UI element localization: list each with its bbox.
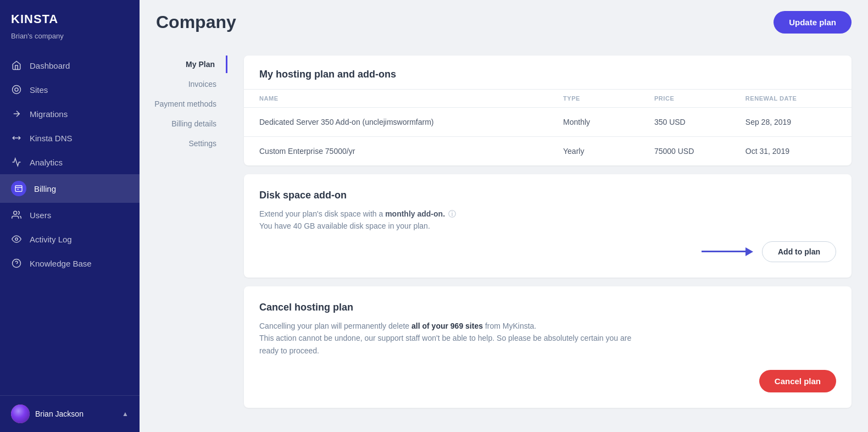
sub-nav-settings[interactable]: Settings — [140, 135, 227, 152]
analytics-icon — [11, 157, 22, 168]
page-header: Company Update plan — [140, 0, 868, 45]
row-renewal: Oct 31, 2019 — [730, 137, 852, 166]
row-type: Monthly — [548, 108, 639, 137]
cancel-plan-description: Cancelling your plan will permanently de… — [259, 320, 644, 357]
sidebar-item-dashboard[interactable]: Dashboard — [0, 53, 140, 77]
cancel-desc-line2: This action cannot be undone, our suppor… — [259, 334, 631, 355]
cancel-desc-highlight: all of your 969 sites — [411, 322, 483, 330]
content-panel: My hosting plan and add-ons NAME TYPE PR… — [227, 45, 868, 432]
disk-desc-highlight: monthly add-on. — [385, 209, 445, 218]
svg-point-1 — [15, 88, 18, 91]
company-name: Brian's company — [0, 31, 140, 49]
disk-addon-description: Extend your plan's disk space with a mon… — [259, 208, 644, 232]
cancel-plan-button[interactable]: Cancel plan — [759, 370, 836, 392]
main-body: My Plan Invoices Payment methods Billing… — [140, 45, 868, 432]
sidebar-footer: Brian Jackson ▲ — [0, 395, 140, 432]
update-plan-button[interactable]: Update plan — [774, 11, 852, 34]
user-name: Brian Jackson — [35, 409, 84, 418]
cancel-plan-card: Cancel hosting plan Cancelling your plan… — [244, 286, 852, 408]
sub-nav-my-plan[interactable]: My Plan — [140, 56, 227, 73]
main-content: Company Update plan My Plan Invoices Pay… — [140, 0, 868, 432]
cancel-desc-suffix: from MyKinsta. — [483, 322, 536, 330]
sidebar-item-label: Activity Log — [30, 235, 72, 244]
sidebar-item-label: Migrations — [30, 109, 68, 119]
sidebar-item-users[interactable]: Users — [0, 203, 140, 227]
disk-desc-line1: Extend your plan's disk space with a — [259, 209, 383, 218]
hosting-plan-card: My hosting plan and add-ons NAME TYPE PR… — [244, 56, 852, 165]
svg-point-7 — [15, 238, 18, 241]
disk-action-row: Add to plan — [259, 241, 836, 262]
col-header-renewal: RENEWAL DATE — [730, 90, 852, 108]
user-info[interactable]: Brian Jackson — [11, 405, 84, 423]
col-header-price: PRICE — [639, 90, 730, 108]
arrow-head — [745, 247, 753, 256]
sub-nav-billing-details[interactable]: Billing details — [140, 115, 227, 132]
sidebar-item-label: Knowledge Base — [30, 259, 92, 268]
cancel-plan-title: Cancel hosting plan — [259, 302, 836, 313]
sub-navigation: My Plan Invoices Payment methods Billing… — [140, 45, 227, 432]
row-type: Yearly — [548, 137, 639, 166]
arrow-line — [702, 251, 745, 252]
col-header-name: NAME — [244, 90, 548, 108]
add-to-plan-button[interactable]: Add to plan — [762, 241, 836, 262]
sidebar-item-sites[interactable]: Sites — [0, 77, 140, 102]
billing-icon — [11, 181, 26, 196]
hosting-plan-table: NAME TYPE PRICE RENEWAL DATE Dedicated S… — [244, 89, 852, 165]
sidebar: KINSTA Brian's company Dashboard Sites M… — [0, 0, 140, 432]
sidebar-item-label: Sites — [30, 85, 48, 95]
hosting-plan-header: My hosting plan and add-ons — [244, 56, 852, 80]
cancel-action-row: Cancel plan — [259, 370, 836, 392]
sidebar-logo: KINSTA — [0, 0, 140, 31]
arrow-indicator — [702, 247, 753, 256]
migrations-icon — [11, 108, 22, 119]
sub-nav-payment-methods[interactable]: Payment methods — [140, 95, 227, 113]
row-name: Dedicated Server 350 Add-on (unclejimswo… — [244, 108, 548, 137]
sidebar-item-migrations[interactable]: Migrations — [0, 102, 140, 126]
disk-addon-card: Disk space add-on Extend your plan's dis… — [244, 174, 852, 278]
home-icon — [11, 60, 22, 71]
sidebar-item-activity-log[interactable]: Activity Log — [0, 227, 140, 251]
sidebar-item-label: Users — [30, 211, 51, 220]
disk-card-content: Disk space add-on Extend your plan's dis… — [244, 174, 852, 278]
row-name: Custom Enterprise 75000/yr — [244, 137, 548, 166]
app-name: KINSTA — [11, 12, 129, 26]
sidebar-nav: Dashboard Sites Migrations Kinsta DNS An — [0, 49, 140, 395]
page-title: Company — [156, 12, 236, 32]
activity-log-icon — [11, 234, 22, 245]
table-row: Custom Enterprise 75000/yr Yearly 75000 … — [244, 137, 852, 166]
sidebar-item-label: Analytics — [30, 158, 63, 167]
row-renewal: Sep 28, 2019 — [730, 108, 852, 137]
sites-icon — [11, 84, 22, 95]
svg-point-0 — [13, 86, 21, 94]
cancel-card-content: Cancel hosting plan Cancelling your plan… — [244, 286, 852, 408]
sub-nav-invoices[interactable]: Invoices — [140, 75, 227, 93]
sidebar-item-label: Kinsta DNS — [30, 134, 73, 143]
sidebar-item-analytics[interactable]: Analytics — [0, 150, 140, 174]
col-header-type: TYPE — [548, 90, 639, 108]
sidebar-item-label: Dashboard — [30, 61, 70, 70]
disk-desc-line2: You have 40 GB available disk space in y… — [259, 221, 430, 230]
svg-point-6 — [14, 211, 17, 214]
info-icon: ⓘ — [448, 209, 456, 218]
disk-addon-title: Disk space add-on — [259, 190, 836, 201]
sidebar-item-label: Billing — [34, 184, 56, 193]
cancel-desc-prefix: Cancelling your plan will permanently de… — [259, 322, 411, 330]
sidebar-item-kinsta-dns[interactable]: Kinsta DNS — [0, 126, 140, 150]
chevron-up-icon: ▲ — [122, 410, 129, 418]
sidebar-item-billing[interactable]: Billing — [0, 174, 140, 203]
row-price: 350 USD — [639, 108, 730, 137]
hosting-plan-title: My hosting plan and add-ons — [259, 69, 836, 80]
dns-icon — [11, 132, 22, 143]
avatar — [11, 405, 30, 423]
svg-rect-3 — [15, 186, 22, 192]
knowledge-base-icon — [11, 258, 22, 269]
table-row: Dedicated Server 350 Add-on (unclejimswo… — [244, 108, 852, 137]
row-price: 75000 USD — [639, 137, 730, 166]
sidebar-item-knowledge-base[interactable]: Knowledge Base — [0, 251, 140, 275]
users-icon — [11, 209, 22, 220]
